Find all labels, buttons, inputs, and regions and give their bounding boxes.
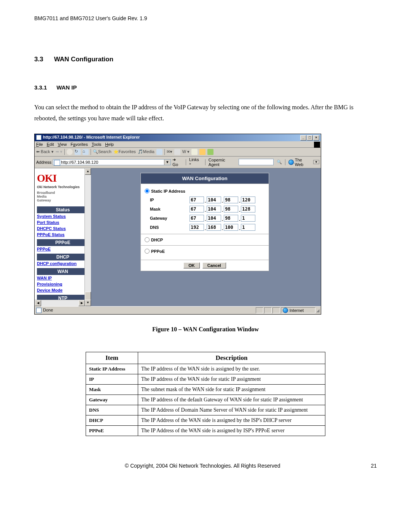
- scroll-right-icon[interactable]: ▶: [78, 300, 85, 306]
- oki-product: BroadbandMediaGateway: [37, 191, 89, 203]
- mask-oct4[interactable]: [241, 206, 255, 212]
- mail-button[interactable]: ✉▾: [167, 149, 172, 154]
- window-title: http://67.104.98.120/ - Microsoft Intern…: [36, 135, 140, 140]
- addressbar: Address http://67.104.98.120 ▾ ➜ Go Link…: [35, 157, 321, 169]
- maximize-button[interactable]: □: [307, 135, 313, 141]
- dns-oct2[interactable]: [207, 224, 221, 231]
- table-row: DHCPThe IP Address of the WAN side is as…: [86, 415, 325, 426]
- address-dropdown-icon[interactable]: ▾: [164, 160, 170, 165]
- th-item: Item: [86, 352, 138, 364]
- doc-footer: © Copyright, 2004 Oki Network Technologi…: [34, 463, 377, 469]
- table-row: GatewayThe IP address of the default Gat…: [86, 395, 325, 405]
- stop-icon[interactable]: [67, 149, 73, 155]
- mask-oct2[interactable]: [207, 206, 221, 212]
- status-done: Done: [36, 308, 53, 313]
- sidebar: OKI Oki Network Technologies BroadbandMe…: [35, 168, 91, 306]
- the-web-dropdown[interactable]: The Web: [288, 158, 312, 167]
- static-ip-label: Static IP Address: [151, 189, 185, 193]
- mask-oct3[interactable]: [224, 206, 238, 212]
- menu-view[interactable]: View: [58, 142, 67, 147]
- page-icon: [54, 160, 60, 166]
- ip-oct2[interactable]: [207, 197, 221, 203]
- home-icon[interactable]: ⌂: [83, 149, 89, 155]
- go-button[interactable]: ➜ Go: [172, 157, 183, 167]
- media-button[interactable]: 🎵Media: [138, 149, 155, 154]
- section-title: WAN Configuration: [54, 56, 113, 63]
- dns-oct1[interactable]: [190, 224, 204, 231]
- wan-config-box: WAN Configuration Static IP Address IP .…: [140, 173, 269, 271]
- address-label: Address: [36, 160, 51, 165]
- gw-oct4[interactable]: [241, 215, 255, 222]
- resize-grip-icon[interactable]: ◢: [316, 308, 319, 313]
- ip-oct4[interactable]: [241, 197, 255, 203]
- scroll-thumb[interactable]: [85, 292, 91, 300]
- radio-dhcp[interactable]: [145, 237, 150, 242]
- nav-dhcp-config[interactable]: DHCP configuration: [37, 260, 89, 267]
- table-row: PPPoEThe IP Address of the WAN side is a…: [86, 426, 325, 436]
- sidebar-hscroll[interactable]: ◀ ▶: [35, 300, 85, 306]
- nav-dhcpc-status[interactable]: DHCPC Status: [37, 225, 89, 232]
- oki-subtitle: Oki Network Technologies: [37, 185, 89, 189]
- nav-wan-ip[interactable]: WAN IP: [37, 275, 89, 281]
- internet-icon: [283, 308, 288, 313]
- scroll-down-icon[interactable]: ▼: [85, 300, 91, 306]
- nav-pppoe[interactable]: PPPoE: [37, 246, 89, 252]
- menu-edit[interactable]: Edit: [47, 142, 54, 147]
- minimize-button[interactable]: _: [300, 135, 306, 141]
- copernic-search-input[interactable]: [239, 159, 274, 165]
- scroll-up-icon[interactable]: ▲: [85, 168, 91, 175]
- favorites-button[interactable]: ⭐Favorites: [113, 149, 136, 154]
- links-label[interactable]: Links »: [189, 157, 202, 168]
- nav-provisioning[interactable]: Provisioning: [37, 281, 89, 287]
- menu-favorites[interactable]: Favorites: [70, 142, 88, 147]
- ie-logo-icon: [314, 142, 320, 148]
- menu-file[interactable]: File: [36, 142, 43, 147]
- radio-pppoe[interactable]: [145, 249, 150, 254]
- nav-device-mode[interactable]: Device Mode: [37, 287, 89, 293]
- ip-oct3[interactable]: [224, 197, 238, 203]
- research-icon[interactable]: [199, 149, 206, 155]
- print-icon[interactable]: [174, 149, 180, 155]
- back-button[interactable]: ⬅ Back ▾: [36, 149, 54, 154]
- section-number: 3.3: [34, 56, 43, 63]
- search-glass-icon[interactable]: 🔍: [277, 160, 282, 165]
- nav-system-status[interactable]: System Status: [37, 213, 89, 219]
- cancel-button[interactable]: Cancel: [202, 262, 226, 268]
- sidebar-vscroll[interactable]: ▲ ▼: [84, 168, 91, 306]
- radio-static-ip[interactable]: [145, 189, 150, 193]
- address-input[interactable]: http://67.104.98.120 ▾: [53, 159, 171, 165]
- messenger-icon[interactable]: [207, 149, 213, 155]
- menu-tools[interactable]: Tools: [92, 142, 102, 147]
- edit-button[interactable]: W ▾: [182, 149, 190, 154]
- gw-oct3[interactable]: [224, 215, 238, 222]
- gw-oct1[interactable]: [190, 215, 204, 222]
- forward-button[interactable]: ➡ ▾: [56, 149, 62, 154]
- dns-oct3[interactable]: [224, 224, 238, 231]
- nav-port-status[interactable]: Port Status: [37, 219, 89, 225]
- history-icon[interactable]: [156, 149, 162, 155]
- ok-button[interactable]: OK: [183, 262, 200, 268]
- gateway-label: Gateway: [150, 216, 190, 220]
- gw-oct2[interactable]: [207, 215, 221, 222]
- dhcp-label: DHCP: [151, 238, 163, 242]
- nav-pppoe-status[interactable]: PPPoE Status: [37, 232, 89, 238]
- close-button[interactable]: ×: [313, 135, 319, 141]
- browser-window: http://67.104.98.120/ - Microsoft Intern…: [34, 134, 321, 315]
- subsection-heading: 3.3.1 WAN IP: [34, 84, 377, 91]
- dns-oct4[interactable]: [241, 224, 255, 231]
- refresh-icon[interactable]: ↻: [75, 149, 81, 155]
- dns-label: DNS: [150, 225, 190, 230]
- scroll-left-icon[interactable]: ◀: [35, 300, 41, 306]
- menu-help[interactable]: Help: [105, 142, 114, 147]
- discuss-icon[interactable]: [191, 149, 198, 155]
- globe-icon: [288, 160, 294, 165]
- footer-page: 21: [371, 463, 377, 469]
- the-web-dropdown-arrow[interactable]: ▼: [313, 160, 319, 164]
- ip-oct1[interactable]: [190, 197, 204, 203]
- search-button[interactable]: 🔍Search: [93, 149, 112, 154]
- table-row: Static IP AddressThe IP address of the W…: [86, 364, 325, 374]
- doc-header: BMG7011 and BMG7012 User's Guide Rev. 1.…: [34, 15, 377, 21]
- description-table: Item Description Static IP AddressThe IP…: [86, 352, 325, 436]
- mask-oct1[interactable]: [190, 206, 204, 212]
- menubar: File Edit View Favorites Tools Help: [35, 141, 321, 148]
